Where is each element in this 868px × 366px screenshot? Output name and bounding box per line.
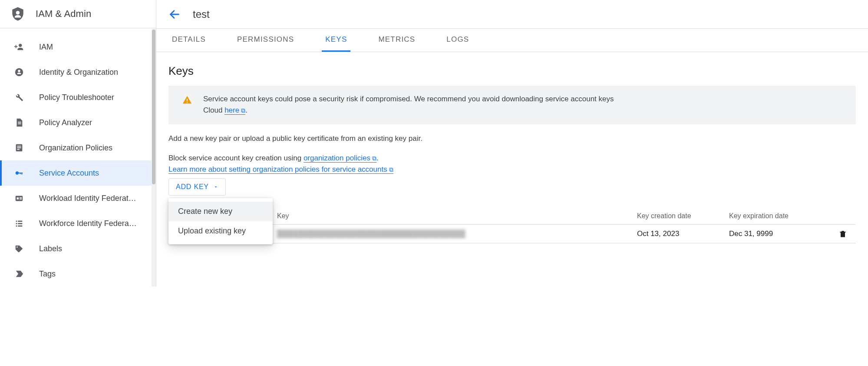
sidebar-item-workforce-identity[interactable]: Workforce Identity Federa… <box>0 211 156 236</box>
svg-rect-16 <box>20 197 22 198</box>
svg-rect-20 <box>16 223 17 224</box>
svg-rect-13 <box>20 173 21 174</box>
svg-rect-26 <box>187 99 188 101</box>
content: Keys Service account keys could pose a s… <box>156 52 868 253</box>
dropdown-create-new-key[interactable]: Create new key <box>168 202 273 221</box>
svg-point-3 <box>18 70 20 73</box>
list-icon <box>13 219 25 228</box>
svg-rect-14 <box>16 196 23 201</box>
svg-rect-4 <box>18 122 21 123</box>
warning-banner: Service account keys could pose a securi… <box>168 86 856 124</box>
sidebar-label: Workload Identity Federat… <box>39 194 145 203</box>
org-policies-link[interactable]: organization policies⧉ <box>304 154 376 163</box>
sidebar-item-organization-policies[interactable]: Organization Policies <box>0 135 156 160</box>
iam-shield-icon <box>10 5 25 23</box>
svg-rect-9 <box>17 149 20 150</box>
add-key-label: ADD KEY <box>176 183 209 191</box>
svg-rect-8 <box>17 147 21 148</box>
sidebar-item-tags[interactable]: Tags <box>0 261 156 286</box>
article-icon <box>13 143 25 153</box>
warning-cloud-prefix: Cloud <box>203 106 224 114</box>
wrench-icon <box>13 93 25 102</box>
tab-permissions[interactable]: PERMISSIONS <box>234 29 297 52</box>
app-title: IAM & Admin <box>36 8 91 20</box>
svg-rect-27 <box>187 102 188 103</box>
external-link-icon: ⧉ <box>372 155 376 162</box>
svg-point-1 <box>19 44 22 47</box>
back-button[interactable] <box>168 8 181 20</box>
block-suffix: . <box>376 154 379 162</box>
svg-rect-12 <box>22 173 23 175</box>
col-creation: Key creation date <box>637 212 724 220</box>
add-key-button[interactable]: ADD KEY <box>168 178 226 196</box>
svg-rect-17 <box>20 199 22 200</box>
main-panel: test DETAILS PERMISSIONS KEYS METRICS LO… <box>156 0 868 286</box>
tab-keys[interactable]: KEYS <box>322 29 350 52</box>
sidebar-item-iam[interactable]: IAM <box>0 34 156 60</box>
svg-rect-21 <box>18 223 22 224</box>
svg-rect-15 <box>17 197 19 200</box>
tab-logs[interactable]: LOGS <box>443 29 472 52</box>
tab-details[interactable]: DETAILS <box>168 29 209 52</box>
sidebar-item-policy-troubleshooter[interactable]: Policy Troubleshooter <box>0 85 156 110</box>
col-expiration: Key expiration date <box>729 212 825 220</box>
delete-key-button[interactable] <box>830 229 856 239</box>
sidebar-item-service-accounts[interactable]: Service Accounts <box>0 160 156 186</box>
external-link-icon: ⧉ <box>241 107 245 114</box>
svg-point-10 <box>16 171 19 174</box>
person-add-icon <box>13 42 25 52</box>
sidebar: IAM & Admin IAM Identity & Organization … <box>0 0 156 286</box>
sidebar-label: Labels <box>39 244 145 253</box>
learn-more-link[interactable]: Learn more about setting organization po… <box>168 165 393 174</box>
warning-text-after: . <box>245 106 248 114</box>
scrollbar-thumb[interactable] <box>152 30 155 184</box>
svg-rect-7 <box>17 146 21 146</box>
svg-rect-23 <box>18 226 22 227</box>
sidebar-label: Service Accounts <box>39 169 145 178</box>
sidebar-item-labels[interactable]: Labels <box>0 236 156 261</box>
badge-icon <box>13 193 25 203</box>
sidebar-label: Tags <box>39 270 145 279</box>
svg-point-24 <box>17 246 18 248</box>
warning-here-link[interactable]: here⧉ <box>224 106 245 115</box>
main-header: test <box>156 0 868 29</box>
sidebar-label: Policy Troubleshooter <box>39 93 145 102</box>
sidebar-label: IAM <box>39 43 145 52</box>
svg-point-0 <box>16 11 20 14</box>
add-key-dropdown: Create new key Upload existing key <box>168 198 273 244</box>
person-circle-icon <box>13 67 25 77</box>
svg-rect-19 <box>18 221 22 222</box>
tag-icon <box>13 244 25 253</box>
sidebar-scrollbar[interactable] <box>152 29 156 286</box>
external-link-icon: ⧉ <box>389 166 393 173</box>
cell-creation: Oct 13, 2023 <box>637 230 724 238</box>
warning-text: Service account keys could pose a securi… <box>203 93 614 116</box>
sidebar-item-policy-analyzer[interactable]: Policy Analyzer <box>0 110 156 135</box>
sidebar-header: IAM & Admin <box>0 0 156 28</box>
tab-metrics[interactable]: METRICS <box>375 29 419 52</box>
warning-icon <box>182 93 192 116</box>
sidebar-label: Policy Analyzer <box>39 118 145 127</box>
sidebar-label: Workforce Identity Federa… <box>39 219 145 228</box>
bookmark-icon <box>13 269 25 279</box>
block-prefix: Block service account key creation using <box>168 154 304 162</box>
svg-rect-18 <box>16 221 17 222</box>
key-person-icon <box>13 168 25 178</box>
svg-rect-22 <box>16 226 17 227</box>
warning-text-part: Service account keys could pose a securi… <box>203 95 614 103</box>
keys-desc-add: Add a new key pair or upload a public ke… <box>168 133 856 144</box>
svg-rect-5 <box>18 123 21 124</box>
dropdown-upload-existing-key[interactable]: Upload existing key <box>168 221 273 241</box>
sidebar-item-workload-identity[interactable]: Workload Identity Federat… <box>0 186 156 211</box>
cell-expiration: Dec 31, 9999 <box>729 230 825 238</box>
page-title: test <box>193 8 210 20</box>
sidebar-list: IAM Identity & Organization Policy Troub… <box>0 28 156 286</box>
doc-list-icon <box>13 118 25 127</box>
sidebar-label: Identity & Organization <box>39 68 145 77</box>
keys-heading: Keys <box>168 64 856 78</box>
dropdown-caret-icon <box>213 184 218 190</box>
keys-desc-block: Block service account key creation using… <box>168 153 856 175</box>
sidebar-item-identity-org[interactable]: Identity & Organization <box>0 60 156 85</box>
tab-bar: DETAILS PERMISSIONS KEYS METRICS LOGS <box>156 29 868 52</box>
sidebar-label: Organization Policies <box>39 143 145 153</box>
